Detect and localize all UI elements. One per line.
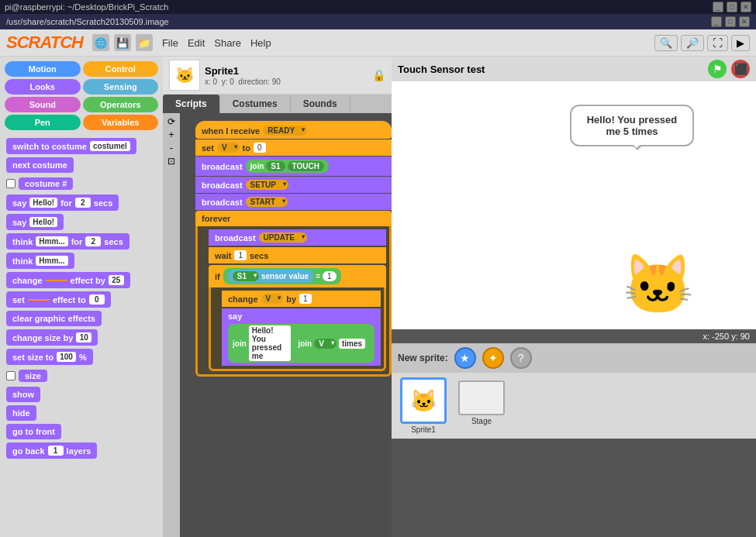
lock-icon[interactable]: 🔒 xyxy=(372,69,385,81)
nav-fit-icon[interactable]: ⊡ xyxy=(167,156,175,167)
scratch-logo: SCRATCH xyxy=(6,33,83,53)
forever-block-wrapper: forever broadcast UPDATE wait 1 secs xyxy=(195,211,392,377)
block-set-effect[interactable]: set effect to 0 xyxy=(6,291,111,308)
if-block-wrapper: if S1 sensor value = 1 xyxy=(209,265,386,371)
tab-scripts[interactable]: Scripts xyxy=(163,95,220,113)
stop-btn[interactable]: ⬛ xyxy=(731,60,750,78)
app-close-btn[interactable]: ✕ xyxy=(739,16,750,27)
cat-operators-btn[interactable]: Operators xyxy=(83,97,159,112)
block-say-for[interactable]: say Hello! for 2 secs xyxy=(6,194,119,211)
block-set-size[interactable]: set size to 100 % xyxy=(6,349,93,365)
block-receive-dropdown[interactable]: READY xyxy=(263,126,307,136)
block-say-join[interactable]: say join Hello! You pressed me join V ti xyxy=(222,308,381,366)
block-next-costume[interactable]: next costume xyxy=(6,157,74,173)
cat-sound-btn[interactable]: Sound xyxy=(5,97,81,112)
sprite-thumbnail-sprite1[interactable]: 🐱 Sprite1 xyxy=(396,377,450,434)
block-broadcast-update[interactable]: broadcast UPDATE xyxy=(209,229,386,246)
condition-value[interactable]: 1 xyxy=(323,271,337,281)
nav-zoom-out-icon[interactable]: - xyxy=(170,143,173,153)
block-switch-costume[interactable]: switch to costume costumel xyxy=(6,138,136,154)
sensor-value-block[interactable]: S1 sensor value xyxy=(228,270,313,283)
app-minimize-btn[interactable]: _ xyxy=(711,16,722,27)
zoom-fit-btn[interactable]: 🔍 xyxy=(654,35,678,51)
block-change-effect[interactable]: change effect by 25 xyxy=(6,272,130,288)
block-when-receive[interactable]: when I receive READY xyxy=(195,121,392,139)
block-broadcast-join[interactable]: broadcast join S1 TOUCH xyxy=(195,157,392,176)
block-say[interactable]: say Hello! xyxy=(6,214,64,230)
block-go-to-front[interactable]: go to front xyxy=(6,424,61,439)
block-show[interactable]: show xyxy=(6,387,40,402)
cat-sensing-btn[interactable]: Sensing xyxy=(83,79,159,95)
stage-thumbnail-wrapper[interactable]: Stage xyxy=(455,377,508,434)
costume-num-checkbox[interactable] xyxy=(6,179,16,188)
change-v-value[interactable]: 1 xyxy=(299,294,312,304)
nav-zoom-in-icon[interactable]: + xyxy=(168,129,174,140)
save-icon[interactable]: 💾 xyxy=(114,34,131,51)
close-btn[interactable]: ✕ xyxy=(740,2,751,12)
block-set-v[interactable]: set V to 0 xyxy=(195,139,392,156)
sprite-info: Sprite1 x: 0 y: 0 direction: 90 xyxy=(205,65,281,86)
say-join-text[interactable]: Hello! You pressed me xyxy=(249,325,292,361)
block-change-v[interactable]: change V by 1 xyxy=(222,291,381,307)
if-label-row[interactable]: if S1 sensor value = 1 xyxy=(209,265,386,287)
block-costume-num[interactable]: costume # xyxy=(19,177,73,190)
os-title-text: pi@raspberrypi: ~/Desktop/BrickPi_Scratc… xyxy=(5,2,168,12)
minimize-btn[interactable]: _ xyxy=(713,2,723,12)
block-size[interactable]: size xyxy=(19,370,47,382)
block-hide[interactable]: hide xyxy=(6,405,36,421)
cat-control-btn[interactable]: Control xyxy=(83,61,159,77)
sprite-thumbnail-icon: 🐱 xyxy=(169,60,200,91)
fullscreen-btn[interactable]: ⛶ xyxy=(707,35,728,51)
new-sprite-btn[interactable]: ✦ xyxy=(482,347,504,369)
broadcast-update-dropdown[interactable]: UPDATE xyxy=(259,232,307,243)
sprite-thumb-label-sprite1: Sprite1 xyxy=(411,425,436,434)
block-think-for[interactable]: think Hmm... for 2 secs xyxy=(6,233,129,250)
block-go-back[interactable]: go back 1 layers xyxy=(6,442,97,459)
new-sprite-label: New sprite: xyxy=(398,353,448,363)
cat-looks-btn[interactable]: Looks xyxy=(5,79,81,95)
broadcast-setup-dropdown[interactable]: SETUP xyxy=(246,180,288,190)
join-left[interactable]: S1 xyxy=(266,161,285,171)
presentation-btn[interactable]: ▶ xyxy=(731,35,750,51)
green-flag-btn[interactable]: ⚑ xyxy=(708,60,727,78)
broadcast-start-dropdown[interactable]: START xyxy=(246,197,288,207)
toolbar-right: 🔍 🔎 ⛶ ▶ xyxy=(654,35,750,51)
set-v-dropdown[interactable]: V xyxy=(217,143,240,153)
menu-help[interactable]: Help xyxy=(250,37,271,49)
palette-blocks: switch to costume costumel next costume … xyxy=(0,135,163,537)
stage-title: Touch Sensor test xyxy=(398,64,485,75)
forever-label[interactable]: forever xyxy=(195,211,392,226)
block-change-size[interactable]: change size by 10 xyxy=(6,329,98,346)
size-checkbox[interactable] xyxy=(6,371,16,380)
zoom-in-btn[interactable]: 🔎 xyxy=(681,35,704,51)
globe-icon[interactable]: 🌐 xyxy=(92,34,109,51)
app-maximize-btn[interactable]: □ xyxy=(725,16,736,27)
block-clear-effects[interactable]: clear graphic effects xyxy=(6,311,102,326)
block-wait[interactable]: wait 1 secs xyxy=(209,247,386,263)
menu-share[interactable]: Share xyxy=(214,37,241,49)
sprite-name-label: Sprite1 xyxy=(205,65,281,77)
tab-sounds[interactable]: Sounds xyxy=(291,95,350,113)
block-think[interactable]: think Hmm... xyxy=(6,253,74,269)
folder-icon[interactable]: 📁 xyxy=(136,34,153,51)
paint-sprite-btn[interactable]: ★ xyxy=(454,347,476,369)
join-inner-text[interactable]: times xyxy=(339,339,365,349)
sprite-coords: x: 0 y: 0 direction: 90 xyxy=(205,77,281,86)
set-v-value[interactable]: 0 xyxy=(254,143,266,153)
menu-edit[interactable]: Edit xyxy=(188,37,205,49)
tab-costumes[interactable]: Costumes xyxy=(220,95,291,113)
nav-up-icon[interactable]: ⟳ xyxy=(167,116,175,127)
import-sprite-btn[interactable]: ? xyxy=(510,347,532,369)
maximize-btn[interactable]: □ xyxy=(727,2,737,12)
join-right[interactable]: TOUCH xyxy=(288,161,324,171)
block-broadcast-setup[interactable]: broadcast SETUP xyxy=(195,177,392,193)
menu-file[interactable]: File xyxy=(162,37,178,49)
cat-pen-btn[interactable]: Pen xyxy=(5,115,81,130)
cat-variables-btn[interactable]: Variables xyxy=(83,115,159,130)
cat-motion-btn[interactable]: Motion xyxy=(5,61,81,77)
wait-value[interactable]: 1 xyxy=(234,250,247,260)
sensor-dropdown[interactable]: S1 xyxy=(233,271,259,281)
join-inner-dropdown[interactable]: V xyxy=(314,339,337,349)
change-v-dropdown[interactable]: V xyxy=(261,294,284,304)
block-broadcast-start[interactable]: broadcast START xyxy=(195,194,392,210)
